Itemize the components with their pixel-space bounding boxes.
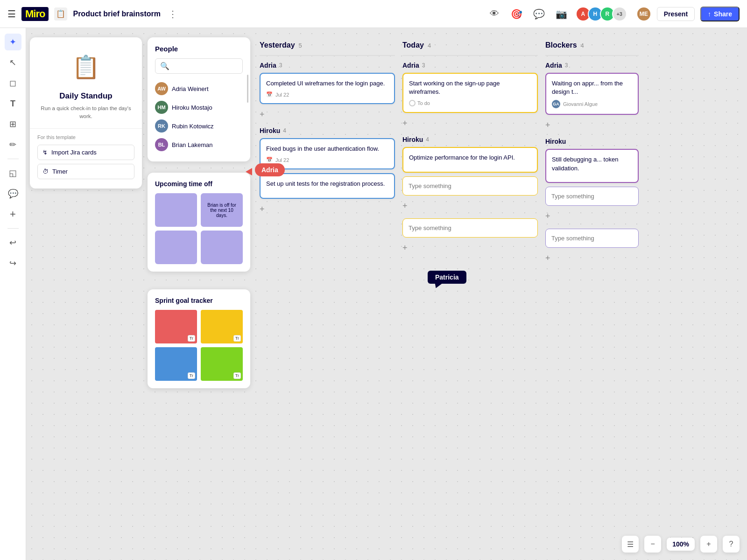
apps-tool[interactable]: ⊞ xyxy=(5,116,21,133)
video-icon[interactable]: 📷 xyxy=(553,6,570,22)
shapes-tool[interactable]: ◱ xyxy=(5,165,21,182)
blockers-extra-add[interactable]: + xyxy=(545,252,639,265)
sticky-badge-4: Tr xyxy=(233,372,241,379)
task-hiroku-tests[interactable]: Set up unit tests for the registration p… xyxy=(260,173,395,198)
yesterday-adria-section: Adria 3 Completed UI wireframes for the … xyxy=(260,62,395,121)
task-hiroku-debug[interactable]: Still debugging a... token validation. xyxy=(545,149,639,182)
collaborator-avatars: A H R +3 xyxy=(576,7,627,21)
select-tool[interactable]: ↖ xyxy=(5,54,21,71)
timeoff-card-3 xyxy=(155,231,197,264)
yesterday-hiroku-section: Hiroku 4 Fixed bugs in the user authenti… xyxy=(260,127,395,216)
blockers-adria-add[interactable]: + xyxy=(545,119,639,132)
sticky-yellow: Tr xyxy=(201,310,243,343)
today-adria-add[interactable]: + xyxy=(402,117,538,130)
task-hiroku-perf[interactable]: Optimize performance for the login API. xyxy=(402,147,538,172)
search-icon: 🔍 xyxy=(160,62,169,70)
yesterday-adria-header: Adria 3 xyxy=(260,62,395,69)
zoom-in-button[interactable]: + xyxy=(700,536,717,553)
people-search-input[interactable] xyxy=(172,63,238,70)
timeoff-grid: Brian is off for the next 10 days. xyxy=(155,193,243,264)
sticky-red: Tr xyxy=(155,310,197,343)
sticky-badge-3: Tr xyxy=(188,372,195,379)
hamburger-button[interactable]: ☰ xyxy=(7,8,16,20)
task-adria-wireframes[interactable]: Completed UI wireframes for the login pa… xyxy=(260,73,395,104)
blockers-hiroku-add[interactable]: + xyxy=(545,210,639,223)
person-name-brian: Brian Lakeman xyxy=(172,141,212,148)
status-circle xyxy=(409,100,416,106)
type-input-blockers-extra[interactable] xyxy=(545,229,639,248)
avatar-overflow: +3 xyxy=(612,7,627,21)
yesterday-hiroku-add[interactable]: + xyxy=(260,203,395,216)
today-adria-section: Adria 3 Start working on the sign-up pag… xyxy=(402,62,538,130)
timeoff-title: Upcoming time off xyxy=(155,180,243,188)
task-text: Waiting on appr... from the design t... xyxy=(552,79,632,96)
more-menu-button[interactable]: ⋮ xyxy=(166,7,179,21)
present-icon[interactable]: 💬 xyxy=(531,6,548,22)
yesterday-adria-count: 3 xyxy=(279,62,282,69)
today-hiroku-section: Hiroku 4 Optimize performance for the lo… xyxy=(402,136,538,212)
import-jira-button[interactable]: ↯ Import Jira cards xyxy=(37,145,134,160)
pen-tool[interactable]: ✏ xyxy=(5,136,21,153)
template-image: 📋 xyxy=(58,49,114,86)
undo-tool[interactable]: ↩ xyxy=(5,234,21,251)
text-tool[interactable]: T xyxy=(5,95,21,112)
yesterday-title: Yesterday xyxy=(260,41,295,49)
redo-tool[interactable]: ↪ xyxy=(5,255,21,272)
today-adria-header: Adria 3 xyxy=(402,62,538,69)
board-title: Product brief brainstorm xyxy=(73,10,161,18)
task-text: Still debugging a... token validation. xyxy=(552,155,632,172)
today-extra-add[interactable]: + xyxy=(402,241,538,255)
add-icon: + xyxy=(260,204,265,214)
template-title: Daily Standup xyxy=(37,91,134,101)
add-tool[interactable]: + xyxy=(5,206,21,223)
today-header: Today 4 xyxy=(402,37,538,56)
comments-tool[interactable]: 💬 xyxy=(5,185,21,202)
task-hiroku-bugs[interactable]: Fixed bugs in the user authentication fl… xyxy=(260,138,395,169)
task-text: Completed UI wireframes for the login pa… xyxy=(266,79,388,88)
avatar-adria: AW xyxy=(155,82,168,95)
task-adria-signup[interactable]: Start working on the sign-up page wirefr… xyxy=(402,73,538,113)
type-input-hiroku-today[interactable] xyxy=(402,176,538,196)
canvas[interactable]: 📋 Daily Standup Run a quick check-in to … xyxy=(26,28,747,560)
my-avatar[interactable]: ME xyxy=(636,7,651,21)
present-button[interactable]: Present xyxy=(657,7,695,21)
main-area: ✦ ↖ ◻ T ⊞ ✏ ◱ 💬 + ↩ ↪ 📋 Daily Standup Ru… xyxy=(0,28,747,560)
blockers-title: Blockers xyxy=(545,41,577,49)
share-button[interactable]: ↑ Share xyxy=(700,7,740,21)
task-adria-waiting[interactable]: Waiting on appr... from the design t... … xyxy=(545,73,639,115)
blockers-count: 4 xyxy=(581,42,584,49)
list-view-button[interactable]: ☰ xyxy=(622,536,639,553)
person-brian-lakeman[interactable]: BL Brian Lakeman xyxy=(155,135,243,154)
activity-icon[interactable]: 👁 xyxy=(486,6,503,22)
timer-button[interactable]: ⏱ Timer xyxy=(37,164,134,179)
task-status: To do xyxy=(409,100,531,106)
person-adria-weinert[interactable]: AW Adria Weinert xyxy=(155,79,243,98)
people-search[interactable]: 🔍 xyxy=(155,58,243,74)
type-input-hiroku-blockers[interactable] xyxy=(545,187,639,206)
yesterday-count: 5 xyxy=(299,42,302,49)
sparkle-tool[interactable]: ✦ xyxy=(5,34,21,50)
zoom-out-button[interactable]: − xyxy=(644,536,661,553)
header: ☰ Miro 📋 Product brief brainstorm ⋮ 👁 🎯 … xyxy=(0,0,747,28)
help-button[interactable]: ? xyxy=(723,536,740,553)
sprint-grid: Tr Tr Tr Tr xyxy=(155,310,243,381)
template-description: Run a quick check-in to plan the day's w… xyxy=(37,105,134,121)
blockers-column: Blockers 4 Adria 3 Waiting on appr... fr… xyxy=(545,37,639,269)
task-meta: 📅 Jul 22 xyxy=(266,157,388,163)
person-hiroku-mostajo[interactable]: HM Hiroku Mostajo xyxy=(155,98,243,117)
zoom-level: 100% xyxy=(667,538,695,551)
timer-icon[interactable]: 🎯 xyxy=(508,6,525,22)
help-icon: ? xyxy=(729,540,733,548)
sticky-blue: Tr xyxy=(155,347,197,381)
calendar-icon: 📅 xyxy=(266,157,273,163)
patricia-cursor-arrow: ▶ xyxy=(434,278,443,289)
blockers-hiroku-label: Hiroku xyxy=(545,138,566,145)
today-count: 4 xyxy=(428,42,431,49)
type-input-today-extra[interactable] xyxy=(402,218,538,238)
today-hiroku-add[interactable]: + xyxy=(402,199,538,213)
blockers-header: Blockers 4 xyxy=(545,37,639,56)
sticky-note-tool[interactable]: ◻ xyxy=(5,75,21,91)
timer-icon: ⏱ xyxy=(42,168,49,175)
yesterday-adria-add[interactable]: + xyxy=(260,108,395,121)
person-rubin-kotowicz[interactable]: RK Rubin Kotowicz xyxy=(155,117,243,135)
